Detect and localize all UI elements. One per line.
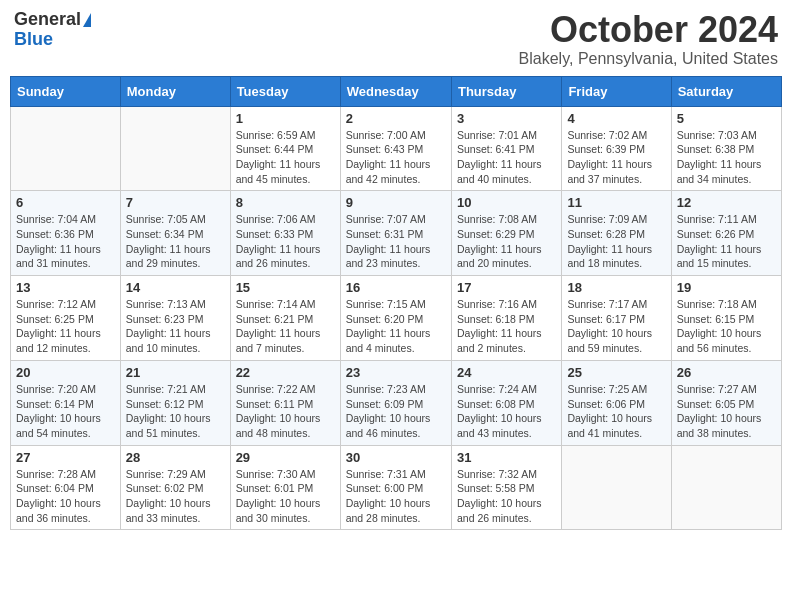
day-number: 16 bbox=[346, 280, 446, 295]
day-number: 11 bbox=[567, 195, 665, 210]
logo-blue-text: Blue bbox=[14, 30, 53, 50]
day-detail: Sunrise: 7:06 AM Sunset: 6:33 PM Dayligh… bbox=[236, 212, 335, 271]
day-detail: Sunrise: 7:20 AM Sunset: 6:14 PM Dayligh… bbox=[16, 382, 115, 441]
calendar-cell: 2Sunrise: 7:00 AM Sunset: 6:43 PM Daylig… bbox=[340, 106, 451, 191]
day-detail: Sunrise: 7:00 AM Sunset: 6:43 PM Dayligh… bbox=[346, 128, 446, 187]
day-number: 29 bbox=[236, 450, 335, 465]
day-number: 21 bbox=[126, 365, 225, 380]
day-number: 19 bbox=[677, 280, 776, 295]
calendar-cell: 25Sunrise: 7:25 AM Sunset: 6:06 PM Dayli… bbox=[562, 360, 671, 445]
day-header-friday: Friday bbox=[562, 76, 671, 106]
day-number: 7 bbox=[126, 195, 225, 210]
day-number: 8 bbox=[236, 195, 335, 210]
calendar-cell bbox=[11, 106, 121, 191]
day-number: 14 bbox=[126, 280, 225, 295]
day-header-sunday: Sunday bbox=[11, 76, 121, 106]
day-number: 5 bbox=[677, 111, 776, 126]
day-number: 26 bbox=[677, 365, 776, 380]
day-detail: Sunrise: 7:08 AM Sunset: 6:29 PM Dayligh… bbox=[457, 212, 556, 271]
day-header-wednesday: Wednesday bbox=[340, 76, 451, 106]
day-detail: Sunrise: 6:59 AM Sunset: 6:44 PM Dayligh… bbox=[236, 128, 335, 187]
calendar-cell: 28Sunrise: 7:29 AM Sunset: 6:02 PM Dayli… bbox=[120, 445, 230, 530]
calendar-cell: 21Sunrise: 7:21 AM Sunset: 6:12 PM Dayli… bbox=[120, 360, 230, 445]
day-detail: Sunrise: 7:14 AM Sunset: 6:21 PM Dayligh… bbox=[236, 297, 335, 356]
logo-triangle-icon bbox=[83, 13, 91, 27]
calendar-cell: 3Sunrise: 7:01 AM Sunset: 6:41 PM Daylig… bbox=[451, 106, 561, 191]
day-number: 17 bbox=[457, 280, 556, 295]
day-detail: Sunrise: 7:21 AM Sunset: 6:12 PM Dayligh… bbox=[126, 382, 225, 441]
week-row-5: 27Sunrise: 7:28 AM Sunset: 6:04 PM Dayli… bbox=[11, 445, 782, 530]
week-row-2: 6Sunrise: 7:04 AM Sunset: 6:36 PM Daylig… bbox=[11, 191, 782, 276]
day-header-thursday: Thursday bbox=[451, 76, 561, 106]
calendar-cell: 5Sunrise: 7:03 AM Sunset: 6:38 PM Daylig… bbox=[671, 106, 781, 191]
day-number: 1 bbox=[236, 111, 335, 126]
day-number: 18 bbox=[567, 280, 665, 295]
day-detail: Sunrise: 7:13 AM Sunset: 6:23 PM Dayligh… bbox=[126, 297, 225, 356]
day-number: 20 bbox=[16, 365, 115, 380]
week-row-3: 13Sunrise: 7:12 AM Sunset: 6:25 PM Dayli… bbox=[11, 276, 782, 361]
calendar-table: SundayMondayTuesdayWednesdayThursdayFrid… bbox=[10, 76, 782, 531]
calendar-cell: 26Sunrise: 7:27 AM Sunset: 6:05 PM Dayli… bbox=[671, 360, 781, 445]
day-detail: Sunrise: 7:12 AM Sunset: 6:25 PM Dayligh… bbox=[16, 297, 115, 356]
calendar-cell: 13Sunrise: 7:12 AM Sunset: 6:25 PM Dayli… bbox=[11, 276, 121, 361]
day-number: 13 bbox=[16, 280, 115, 295]
calendar-cell: 9Sunrise: 7:07 AM Sunset: 6:31 PM Daylig… bbox=[340, 191, 451, 276]
calendar-cell: 6Sunrise: 7:04 AM Sunset: 6:36 PM Daylig… bbox=[11, 191, 121, 276]
week-row-1: 1Sunrise: 6:59 AM Sunset: 6:44 PM Daylig… bbox=[11, 106, 782, 191]
calendar-cell: 30Sunrise: 7:31 AM Sunset: 6:00 PM Dayli… bbox=[340, 445, 451, 530]
day-number: 3 bbox=[457, 111, 556, 126]
logo-general-text: General bbox=[14, 10, 81, 30]
week-row-4: 20Sunrise: 7:20 AM Sunset: 6:14 PM Dayli… bbox=[11, 360, 782, 445]
day-detail: Sunrise: 7:18 AM Sunset: 6:15 PM Dayligh… bbox=[677, 297, 776, 356]
day-number: 4 bbox=[567, 111, 665, 126]
day-detail: Sunrise: 7:04 AM Sunset: 6:36 PM Dayligh… bbox=[16, 212, 115, 271]
day-number: 9 bbox=[346, 195, 446, 210]
location: Blakely, Pennsylvania, United States bbox=[519, 50, 778, 68]
calendar-cell: 22Sunrise: 7:22 AM Sunset: 6:11 PM Dayli… bbox=[230, 360, 340, 445]
day-detail: Sunrise: 7:07 AM Sunset: 6:31 PM Dayligh… bbox=[346, 212, 446, 271]
day-number: 27 bbox=[16, 450, 115, 465]
day-number: 22 bbox=[236, 365, 335, 380]
calendar-cell: 20Sunrise: 7:20 AM Sunset: 6:14 PM Dayli… bbox=[11, 360, 121, 445]
calendar-cell: 10Sunrise: 7:08 AM Sunset: 6:29 PM Dayli… bbox=[451, 191, 561, 276]
month-title: October 2024 bbox=[519, 10, 778, 50]
day-detail: Sunrise: 7:05 AM Sunset: 6:34 PM Dayligh… bbox=[126, 212, 225, 271]
day-number: 2 bbox=[346, 111, 446, 126]
calendar-cell: 12Sunrise: 7:11 AM Sunset: 6:26 PM Dayli… bbox=[671, 191, 781, 276]
calendar-cell: 1Sunrise: 6:59 AM Sunset: 6:44 PM Daylig… bbox=[230, 106, 340, 191]
day-detail: Sunrise: 7:29 AM Sunset: 6:02 PM Dayligh… bbox=[126, 467, 225, 526]
calendar-cell bbox=[562, 445, 671, 530]
day-header-monday: Monday bbox=[120, 76, 230, 106]
calendar-cell: 16Sunrise: 7:15 AM Sunset: 6:20 PM Dayli… bbox=[340, 276, 451, 361]
calendar-cell: 31Sunrise: 7:32 AM Sunset: 5:58 PM Dayli… bbox=[451, 445, 561, 530]
calendar-cell: 27Sunrise: 7:28 AM Sunset: 6:04 PM Dayli… bbox=[11, 445, 121, 530]
day-header-tuesday: Tuesday bbox=[230, 76, 340, 106]
page-header: General Blue October 2024 Blakely, Penns… bbox=[10, 10, 782, 68]
day-number: 23 bbox=[346, 365, 446, 380]
calendar-cell: 15Sunrise: 7:14 AM Sunset: 6:21 PM Dayli… bbox=[230, 276, 340, 361]
day-detail: Sunrise: 7:11 AM Sunset: 6:26 PM Dayligh… bbox=[677, 212, 776, 271]
calendar-cell: 7Sunrise: 7:05 AM Sunset: 6:34 PM Daylig… bbox=[120, 191, 230, 276]
day-number: 6 bbox=[16, 195, 115, 210]
calendar-cell: 24Sunrise: 7:24 AM Sunset: 6:08 PM Dayli… bbox=[451, 360, 561, 445]
title-section: October 2024 Blakely, Pennsylvania, Unit… bbox=[519, 10, 778, 68]
day-detail: Sunrise: 7:01 AM Sunset: 6:41 PM Dayligh… bbox=[457, 128, 556, 187]
day-detail: Sunrise: 7:31 AM Sunset: 6:00 PM Dayligh… bbox=[346, 467, 446, 526]
calendar-cell: 23Sunrise: 7:23 AM Sunset: 6:09 PM Dayli… bbox=[340, 360, 451, 445]
day-number: 24 bbox=[457, 365, 556, 380]
day-number: 31 bbox=[457, 450, 556, 465]
calendar-cell: 18Sunrise: 7:17 AM Sunset: 6:17 PM Dayli… bbox=[562, 276, 671, 361]
calendar-cell bbox=[120, 106, 230, 191]
day-detail: Sunrise: 7:27 AM Sunset: 6:05 PM Dayligh… bbox=[677, 382, 776, 441]
day-detail: Sunrise: 7:09 AM Sunset: 6:28 PM Dayligh… bbox=[567, 212, 665, 271]
day-detail: Sunrise: 7:17 AM Sunset: 6:17 PM Dayligh… bbox=[567, 297, 665, 356]
day-detail: Sunrise: 7:30 AM Sunset: 6:01 PM Dayligh… bbox=[236, 467, 335, 526]
day-header-saturday: Saturday bbox=[671, 76, 781, 106]
calendar-cell: 17Sunrise: 7:16 AM Sunset: 6:18 PM Dayli… bbox=[451, 276, 561, 361]
day-detail: Sunrise: 7:28 AM Sunset: 6:04 PM Dayligh… bbox=[16, 467, 115, 526]
day-number: 15 bbox=[236, 280, 335, 295]
day-detail: Sunrise: 7:15 AM Sunset: 6:20 PM Dayligh… bbox=[346, 297, 446, 356]
day-detail: Sunrise: 7:25 AM Sunset: 6:06 PM Dayligh… bbox=[567, 382, 665, 441]
calendar-cell: 8Sunrise: 7:06 AM Sunset: 6:33 PM Daylig… bbox=[230, 191, 340, 276]
calendar-cell bbox=[671, 445, 781, 530]
